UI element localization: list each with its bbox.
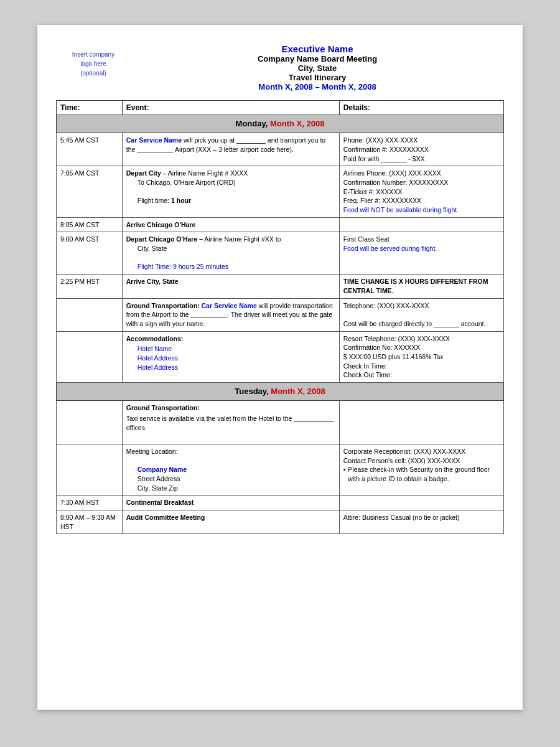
details-ground-spacer [343,310,500,319]
city-state: City, State [131,63,504,73]
hotel-name: Hotel Name [126,344,335,354]
row-705am: 7:05 AM CST Depart City – Airline Name F… [57,166,504,217]
page: Insert company logo here (optional) Exec… [37,25,523,710]
details-545am-phone: Phone: (XXX) XXX-XXXX [343,136,500,145]
details-ground-phone: Telephone: (XXX) XXX-XXXX [343,301,500,311]
row-ground-transport: Ground Transportation: Car Service Name … [57,298,504,331]
event-ground-header: Ground Transportation: Car Service Name … [126,301,335,329]
event-705am: Depart City – Airline Name Flight # XXXX… [122,166,339,217]
time-705am: 7:05 AM CST [57,166,123,217]
date-range: Month X, 2008 – Month X, 2008 [131,82,504,92]
arrive-city-label: Arrive City, State [126,278,179,285]
meeting-city: City, State Zip [126,484,335,493]
tuesday-header-cell: Tuesday, Month X, 2008 [57,383,504,401]
time-900am: 9:00 AM CST [57,232,123,275]
executive-name: Executive Name [131,44,504,54]
time-meeting [57,444,123,495]
accommodations-label: Accommodations: [126,334,335,344]
row-805am: 8:05 AM CST Arrive Chicago O'Hare [57,217,504,232]
details-contact: Contact Person's cell: (XXX) XXX-XXXX [343,456,500,466]
details-resort-confirm: Confirmation No: XXXXXX [343,343,500,352]
details-805am [339,217,503,232]
details-705am-confirm: Confirmation Number: XXXXXXXXX [343,178,500,187]
logo-placeholder: Insert company logo here (optional) [56,44,131,78]
col-header-event: Event: [122,101,339,115]
details-ground: Telephone: (XXX) XXX-XXXX Cost will be c… [339,298,503,331]
event-705am-to: To Chicago, O'Hare Airport (ORD) [126,178,335,187]
details-705am-freq: Freq. Flier #: XXXXXXXXX [343,196,500,205]
event-225pm-arrive: Arrive City, State [126,277,335,286]
event-tue-ground: Ground Transportation: Taxi service is a… [122,401,339,444]
tuesday-date: Month X, 2008 [271,387,325,396]
event-705am-flight: Flight time: 1 hour [126,196,335,205]
col-header-time: Time: [57,101,123,115]
details-meeting: Corporate Receptionist: (XXX) XXX-XXXX C… [339,444,503,495]
event-730am: Continental Breakfast [122,496,339,510]
event-ground: Ground Transportation: Car Service Name … [122,298,339,331]
details-800am: Attire: Business Casual (no tie or jacke… [339,510,503,534]
meeting-street: Street Address [126,474,335,484]
tue-ground-text: Taxi service is available via the valet … [126,414,335,432]
hotel-address-2: Hotel Address [126,363,335,372]
details-225pm: TIME CHANGE IS X HOURS DIFFERENT FROM CE… [339,275,503,298]
row-730am: 7:30 AM HST Continental Breakfast [57,496,504,510]
company-name-meeting: Company Name [126,465,335,474]
details-checkin: Check In Time: [343,362,500,371]
monday-label: Monday, [236,119,270,128]
flight-time-705: 1 hour [171,197,191,204]
row-800am: 8:00 AM – 9:30 AM HST Audit Committee Me… [57,510,504,534]
row-tue-ground: Ground Transportation: Taxi service is a… [57,401,504,444]
event-705am-depart: Depart City – Airline Name Flight # XXXX [126,169,335,178]
ground-transport-label: Ground Transportation: [126,302,202,309]
event-225pm: Arrive City, State [122,275,339,298]
event-audit-meeting: Audit Committee Meeting [126,514,205,521]
board-suffix: Board Meeting [319,54,377,63]
details-900am: First Class Seat Food will be served dur… [339,232,503,275]
details-900am-seat: First Class Seat [343,235,500,244]
time-ground [57,298,123,331]
tuesday-header-row: Tuesday, Month X, 2008 [57,383,504,401]
company-name-header: Company Name [258,54,319,63]
hotel-address-1: Hotel Address [126,354,335,363]
event-accommodations: Accommodations: Hotel Name Hotel Address… [122,331,339,382]
time-tue-ground [57,401,123,444]
header-center: Executive Name Company Name Board Meetin… [131,44,504,92]
details-badge: Please check-in with Security on the gro… [343,465,500,483]
details-705am-food: Food will NOT be available during flight… [343,205,500,215]
details-705am-eticket: E-Ticket #: XXXXXX [343,187,500,197]
details-tue-ground [339,401,503,444]
meeting-location-label: Meeting Location: [126,447,335,456]
details-545am-paid: Paid for with _______ - $XX [343,154,500,164]
details-receptionist: Corporate Receptionist: (XXX) XXX-XXXX [343,447,500,456]
event-705am-spacer [126,187,335,197]
header-area: Insert company logo here (optional) Exec… [56,44,504,92]
col-header-details: Details: [339,101,503,115]
itinerary-table: Time: Event: Details: Monday, Month X, 2… [56,100,504,534]
event-805am-arrive: Arrive Chicago O'Hare [126,221,196,228]
details-705am-phone: Airlines Phone: (XXX) XXX-XXXX [343,169,500,178]
details-545am: Phone: (XXX) XXX-XXXX Confirmation #: XX… [339,133,503,166]
travel-itinerary: Travel Itinerary [131,73,504,82]
car-service-name-2: Car Service Name [201,302,256,309]
event-900am-spacer [126,253,335,263]
monday-date: Month X, 2008 [270,119,324,128]
details-730am [339,496,503,510]
time-800am: 8:00 AM – 9:30 AM HST [57,510,123,534]
details-checkout: Check Out Time: [343,370,500,380]
tue-ground-label: Ground Transportation: [126,403,335,413]
event-meeting: Meeting Location: Company Name Street Ad… [122,444,339,495]
row-accommodations: Accommodations: Hotel Name Hotel Address… [57,331,504,382]
event-800am: Audit Committee Meeting [122,510,339,534]
details-attire: Attire: Business Casual (no tie or jacke… [343,514,460,521]
time-545am: 5:45 AM CST [57,133,123,166]
event-900am-depart: Depart Chicago O'Hare – Airline Name Fli… [126,235,335,244]
details-ground-cost: Cost will be charged directly to _______… [343,319,500,329]
row-meeting-location: Meeting Location: Company Name Street Ad… [57,444,504,495]
details-accommodations: Resort Telephone: (XXX) XXX-XXXX Confirm… [339,331,503,382]
monday-header-row: Monday, Month X, 2008 [57,115,504,133]
meeting-spacer [126,456,335,466]
event-730am-breakfast: Continental Breakfast [126,499,194,506]
event-900am: Depart Chicago O'Hare – Airline Name Fli… [122,232,339,275]
tuesday-label: Tuesday, [235,387,271,396]
monday-header-cell: Monday, Month X, 2008 [57,115,504,133]
